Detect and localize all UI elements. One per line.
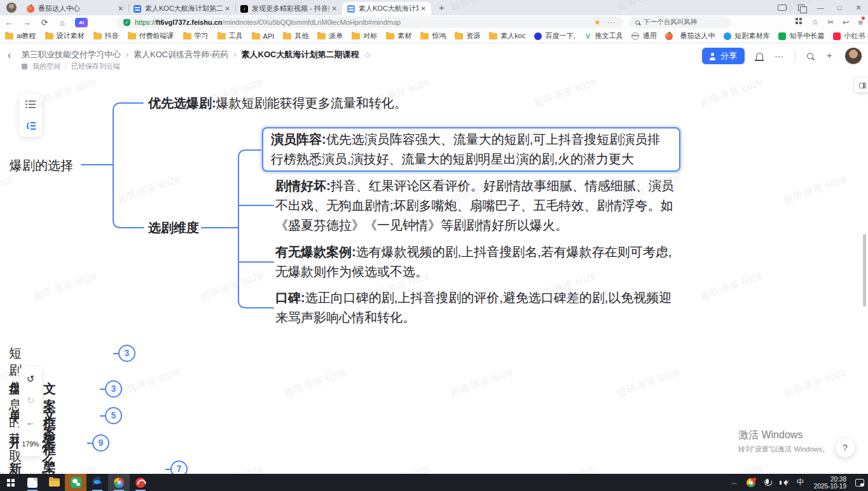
tray-browser-icon[interactable] [743, 474, 759, 491]
bookmark-link[interactable]: 百度一下, [534, 31, 575, 41]
bookmark-link[interactable]: 番茄达人中 [665, 31, 715, 41]
tray-volume[interactable]: ✕ [776, 474, 792, 491]
mindmap-canvas[interactable]: 爆剧的选择 优先选爆剧:爆款短剧能获得更多流量和转化。 选剧维度 演员阵容:优先… [0, 71, 868, 474]
bookmark-link[interactable]: 通用 [631, 31, 656, 41]
bookmark-folder[interactable]: 惊鸿 [420, 31, 446, 41]
reload-icon[interactable]: ⟳ [36, 18, 53, 27]
tab-close-icon[interactable]: ✕ [118, 5, 123, 12]
apps-grid-icon[interactable] [796, 18, 798, 20]
add-bookmark-icon[interactable]: ☆ [812, 18, 819, 27]
new-tab-button[interactable]: + [439, 2, 444, 13]
bookmark-folder[interactable]: 派单 [317, 31, 343, 41]
sidebar-toggle-button[interactable] [855, 78, 868, 92]
menu-icon[interactable]: ≡ [858, 18, 863, 27]
taskbar-notes-app[interactable] [22, 474, 43, 491]
bookmark-star-icon[interactable]: ★ [594, 18, 601, 27]
bookmark-link[interactable]: 知乎中长篇 [778, 31, 824, 41]
favorite-star-icon[interactable]: ☆ [364, 50, 371, 60]
close-button[interactable]: ✕ [849, 0, 868, 15]
feishu-doc-favicon [347, 5, 355, 13]
tab-feishu-1[interactable]: 素人KOC大航海计划第二期课 ✕ [128, 2, 235, 15]
bookmark-link[interactable]: V推文工具 [584, 31, 623, 41]
forward-icon[interactable]: → [18, 18, 36, 27]
bookmark-folder[interactable]: 其他 [283, 31, 308, 41]
collapsed-count-badge[interactable]: 9 [92, 434, 109, 452]
bookmark-folder[interactable]: 素材 [386, 31, 411, 41]
address-bar[interactable]: ✓ https:// ft6vgl737z.feishu.cn /mindnot… [117, 17, 623, 28]
undo-icon[interactable]: ↺ [19, 368, 42, 390]
breadcrumb-item[interactable]: 第三职业技能交付学习中心 [22, 49, 121, 60]
vertical-scrollbar[interactable] [863, 234, 866, 307]
tray-expand-button[interactable]: ︿ [726, 474, 743, 491]
space-label[interactable]: 我的空间 [32, 62, 60, 71]
bookmark-folder[interactable]: ai教程 [5, 31, 36, 41]
maximize-button[interactable]: □ [830, 0, 849, 15]
scissors-icon[interactable]: ✂ [827, 18, 834, 27]
taskbar-explorer[interactable] [43, 474, 65, 491]
taskbar-browser[interactable] [108, 474, 130, 491]
bookmark-folder[interactable]: 抖音 [93, 31, 119, 41]
overlap-windows-icon[interactable] [792, 4, 811, 11]
breadcrumb-item[interactable]: 素人KOC训练营导师-药药 [134, 49, 229, 60]
search-icon[interactable] [807, 53, 813, 59]
ai-assistant-icon[interactable]: AI [75, 18, 88, 27]
user-avatar[interactable] [845, 48, 862, 64]
bookmark-folder[interactable]: 素人koc [489, 31, 525, 41]
minimize-button[interactable]: — [811, 0, 830, 15]
start-button[interactable] [0, 474, 22, 491]
bookmark-folder[interactable]: API [252, 32, 275, 40]
mindmap-node-dimension[interactable]: 选剧维度 [148, 218, 199, 238]
quick-search-box[interactable]: 下一个台风叫风神 [630, 17, 731, 28]
redo-icon[interactable]: ↻ [19, 390, 42, 411]
taskbar-clock[interactable]: 20:38 2025-10-19 [809, 476, 851, 490]
keyboard-icon[interactable] [773, 4, 792, 11]
browser-profile-avatar[interactable] [6, 3, 17, 13]
plus-icon[interactable]: ＋ [825, 50, 834, 62]
space-icon [22, 64, 27, 69]
mindmap-node-first-choice[interactable]: 优先选爆剧:爆款短剧能获得更多流量和转化。 [148, 93, 407, 113]
tab-close-icon[interactable]: ✕ [421, 5, 426, 12]
mindmap-node-hit-cases[interactable]: 有无爆款案例:选有爆款视频的剧,上抖音搜剧名,若有爆款存在则可考虑,无爆款则作为… [275, 242, 676, 282]
bookmark-link[interactable]: 小红书 - 创 [833, 31, 868, 41]
notification-center-button[interactable] [851, 474, 868, 491]
tab-douyin[interactable]: ♪ 发现更多精彩视频 - 抖音搜索 ✕ [235, 2, 342, 15]
collapsed-count-badge[interactable]: 3 [118, 345, 135, 362]
tab-fanqie[interactable]: 番茄达人中心 ✕ [22, 2, 128, 15]
address-more-icon[interactable]: ··· [607, 18, 616, 26]
collapsed-count-badge[interactable]: 3 [105, 380, 122, 398]
taskbar-feishu[interactable] [86, 474, 108, 491]
back-icon[interactable]: ← [0, 18, 18, 27]
outline-view-button[interactable] [19, 93, 42, 115]
folder-icon [183, 33, 191, 39]
bookmark-folder[interactable]: 设计素材 [45, 31, 85, 41]
more-icon[interactable]: ··· [775, 51, 783, 61]
tray-ime[interactable]: 中 [792, 474, 809, 491]
bookmark-folder[interactable]: 付费前端课 [128, 31, 174, 41]
bookmark-link[interactable]: 短剧素材库 [724, 31, 769, 41]
tab-close-icon[interactable]: ✕ [332, 5, 337, 12]
back-chevron-icon[interactable]: ‹ [8, 50, 11, 61]
bell-icon[interactable] [756, 53, 763, 60]
bookmark-folder[interactable]: 对标 [352, 31, 377, 41]
mindmap-view-button[interactable] [19, 115, 42, 137]
mindmap-node-plot[interactable]: 剧情好坏:抖音、红果评论区看评价。好剧情故事细腻、情感细腻、演员不出戏、无狗血剧… [275, 176, 676, 235]
bookmark-folder[interactable]: 学习 [183, 31, 209, 41]
share-button[interactable]: 分享 [702, 48, 745, 64]
tray-microphone[interactable] [759, 474, 776, 491]
tab-close-icon[interactable]: ✕ [225, 5, 230, 12]
restore-tab-icon[interactable]: ↩ [843, 18, 849, 27]
mindmap-node-reputation[interactable]: 口碑:选正向口碑的剧,上抖音搜剧的评价,避免选口碑差的剧,以免视频迎来骂声影响心… [275, 288, 676, 328]
security-shield-icon[interactable]: ✓ [123, 19, 130, 26]
taskbar-wechat[interactable] [65, 474, 86, 491]
home-icon[interactable]: ⌂ [53, 18, 71, 27]
zoom-level[interactable]: 179% [19, 433, 42, 455]
mindmap-node-cast-selected[interactable]: 演员阵容:优先选演员阵容强大、流量大的短剧,可上抖音搜短剧演员排行榜熟悉演员,演… [262, 127, 680, 172]
mindmap-root-node[interactable]: 爆剧的选择 [10, 156, 73, 176]
help-button[interactable]: ? [836, 438, 855, 457]
taskbar-red-browser[interactable] [130, 474, 151, 491]
tab-feishu-2-active[interactable]: 素人KOC大航海计划第二期课 ✕ [342, 2, 431, 15]
bookmark-folder[interactable]: 工具 [217, 31, 243, 41]
back-to-root-icon[interactable]: ← [19, 411, 42, 433]
bookmark-folder[interactable]: 资源 [455, 31, 480, 41]
collapsed-count-badge[interactable]: 5 [105, 407, 122, 424]
